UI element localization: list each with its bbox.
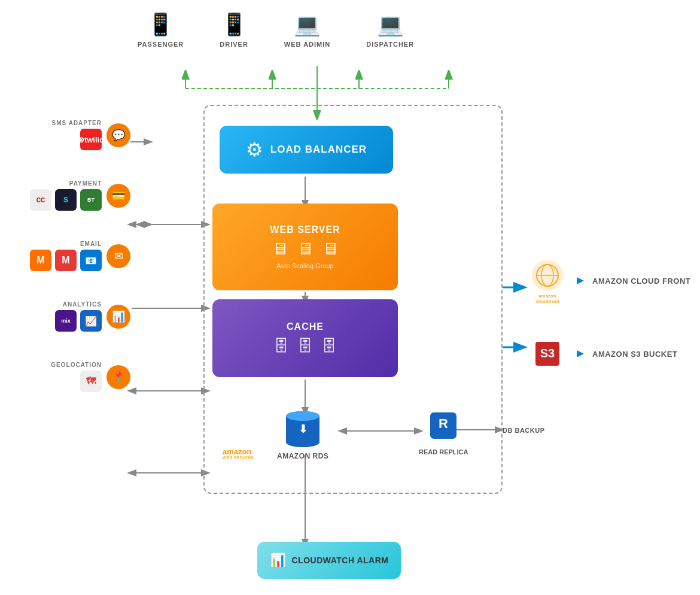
- cache-icon-1: 🗄: [273, 337, 289, 356]
- analytics-service-row: ANALYTICS mix 📈 📊: [6, 301, 135, 332]
- device-row: 📱 PASSENGER 📱 DRIVER 💻 WEB ADIMIN 💻 DISP…: [138, 12, 414, 48]
- cache-icon-3: 🗄: [321, 337, 337, 356]
- cloudfront-icon-svg: [529, 257, 565, 293]
- mixpanel-logo: mix: [55, 310, 77, 332]
- driver-icon: 📱: [221, 12, 248, 37]
- geolocation-label: GEOLOCATION: [51, 362, 102, 368]
- dispatcher-label: DISPATCHER: [366, 41, 414, 48]
- cloudfront-arrow-icon: [577, 275, 589, 287]
- device-web-admin: 💻 WEB ADIMIN: [284, 12, 330, 48]
- diagram-container: 📱 PASSENGER 📱 DRIVER 💻 WEB ADIMIN 💻 DISP…: [0, 0, 700, 595]
- ccavenue-logo: CC: [30, 189, 51, 211]
- right-services: amazoncloudfront AMAZON CLOUD FRONT S3: [526, 257, 690, 403]
- cache-icon-2: 🗄: [297, 337, 313, 356]
- cloudwatch-label: CLOUDWATCH ALARM: [292, 555, 389, 565]
- mandrill-logo: M: [30, 250, 51, 271]
- rds-icon-svg: ⬇: [284, 410, 322, 452]
- cloudfront-arrow-label: AMAZON CLOUD FRONT: [577, 275, 690, 287]
- driver-label: DRIVER: [220, 41, 248, 48]
- cache-block: CACHE 🗄 🗄 🗄: [212, 299, 398, 377]
- cache-title: CACHE: [287, 321, 324, 332]
- aws-logo: amazon web services: [221, 441, 263, 459]
- analytics-labels-logos: ANALYTICS mix 📈: [6, 301, 102, 332]
- s3-item: S3 AMAZON S3 BUCKET: [526, 337, 690, 371]
- db-backup-label: DB BACKUP: [503, 427, 545, 434]
- cloudwatch-block: 📊 CLOUDWATCH ALARM: [257, 542, 401, 579]
- outlook-logo: 📧: [80, 250, 102, 271]
- s3-label: AMAZON S3 BUCKET: [592, 350, 677, 359]
- email-circle: ✉: [106, 244, 130, 268]
- read-replica-block: R READ REPLICA: [419, 410, 468, 456]
- email-logo-row: M M 📧: [30, 250, 102, 271]
- device-dispatcher: 💻 DISPATCHER: [366, 12, 414, 48]
- cloudwatch-icon: 📊: [270, 552, 286, 568]
- s3-icon-wrapper: S3: [526, 337, 568, 371]
- sms-label: SMS ADAPTER: [52, 120, 102, 126]
- passenger-label: PASSENGER: [138, 41, 184, 48]
- sms-service-row: SMS ADAPTER ⊗twilio 💬: [6, 120, 135, 150]
- web-server-title: WEB SERVER: [270, 224, 340, 235]
- svg-marker-32: [577, 277, 584, 284]
- read-replica-label: READ REPLICA: [419, 448, 468, 456]
- svg-text:S3: S3: [540, 347, 555, 360]
- payment-logo-row: CC S BT: [30, 189, 102, 211]
- sms-labels-logos: SMS ADAPTER ⊗twilio: [6, 120, 102, 150]
- cache-icons-row: 🗄 🗄 🗄: [273, 337, 337, 356]
- passenger-icon: 📱: [147, 12, 174, 37]
- server-icon-2: 🖥: [297, 239, 314, 259]
- geolocation-service-row: GEOLOCATION 🗺 📍: [6, 362, 135, 392]
- device-driver: 📱 DRIVER: [220, 12, 248, 48]
- sms-circle: 💬: [106, 123, 130, 147]
- s3-icon-svg: S3: [531, 337, 564, 371]
- load-balancer-block: ⚙ LOAD BALANCER: [220, 126, 393, 174]
- load-balancer-label: LOAD BALANCER: [270, 144, 367, 156]
- email-labels-logos: EMAIL M M 📧: [6, 241, 102, 271]
- payment-label: PAYMENT: [69, 180, 102, 187]
- server-icon-1: 🖥: [272, 239, 288, 259]
- geolocation-labels-logos: GEOLOCATION 🗺: [6, 362, 102, 392]
- dispatcher-icon: 💻: [377, 12, 404, 37]
- rds-block: ⬇ AMAZON RDS: [277, 410, 328, 460]
- load-balancer-icon: ⚙: [246, 138, 263, 161]
- cloudfront-icon-wrapper: amazoncloudfront: [526, 257, 568, 304]
- cloudfront-sublabel: amazoncloudfront: [535, 293, 559, 304]
- stripe-logo: S: [55, 189, 77, 211]
- email-label: EMAIL: [80, 241, 102, 247]
- svg-text:⬇: ⬇: [299, 423, 308, 435]
- payment-service-row: PAYMENT CC S BT 💳: [6, 180, 135, 211]
- web-admin-icon: 💻: [294, 12, 321, 37]
- braintree-logo: BT: [80, 189, 102, 211]
- device-passenger: 📱 PASSENGER: [138, 12, 184, 48]
- cloudfront-item: amazoncloudfront AMAZON CLOUD FRONT: [526, 257, 690, 304]
- web-server-subtitle: Auto Scaling Group: [276, 262, 333, 269]
- left-services: SMS ADAPTER ⊗twilio 💬 PAYMENT CC S BT 💳: [6, 120, 135, 422]
- svg-text:R: R: [439, 416, 448, 431]
- google-maps-logo: 🗺: [80, 371, 102, 392]
- geolocation-circle: 📍: [106, 365, 130, 389]
- rds-label: AMAZON RDS: [277, 452, 328, 460]
- analytics-logo-row: mix 📈: [55, 310, 102, 332]
- svg-marker-35: [577, 350, 584, 357]
- s3-arrow-label: AMAZON S3 BUCKET: [577, 348, 677, 360]
- cloudfront-label: AMAZON CLOUD FRONT: [592, 277, 690, 286]
- svg-point-22: [286, 411, 319, 421]
- server-icon-3: 🖥: [322, 239, 339, 259]
- analytics-label: ANALYTICS: [63, 301, 102, 308]
- svg-text:web services: web services: [222, 454, 254, 459]
- amplitude-logo: 📈: [80, 310, 102, 332]
- email-service-row: EMAIL M M 📧 ✉: [6, 241, 135, 271]
- svg-point-21: [286, 438, 319, 447]
- twilio-logo: ⊗twilio: [80, 129, 102, 150]
- web-server-block: WEB SERVER 🖥 🖥 🖥 Auto Scaling Group: [212, 204, 398, 290]
- mailchimp-logo: M: [55, 250, 77, 271]
- sms-logo-row: ⊗twilio: [80, 129, 102, 150]
- read-replica-icon: R: [428, 410, 459, 445]
- payment-labels-logos: PAYMENT CC S BT: [6, 180, 102, 211]
- server-icons-row: 🖥 🖥 🖥: [272, 239, 339, 259]
- geolocation-logo-row: 🗺: [80, 371, 102, 392]
- payment-circle: 💳: [106, 184, 130, 208]
- analytics-circle: 📊: [106, 305, 130, 329]
- web-admin-label: WEB ADIMIN: [284, 41, 330, 48]
- s3-arrow-icon: [577, 348, 589, 360]
- rds-icon-wrapper: ⬇: [284, 410, 322, 448]
